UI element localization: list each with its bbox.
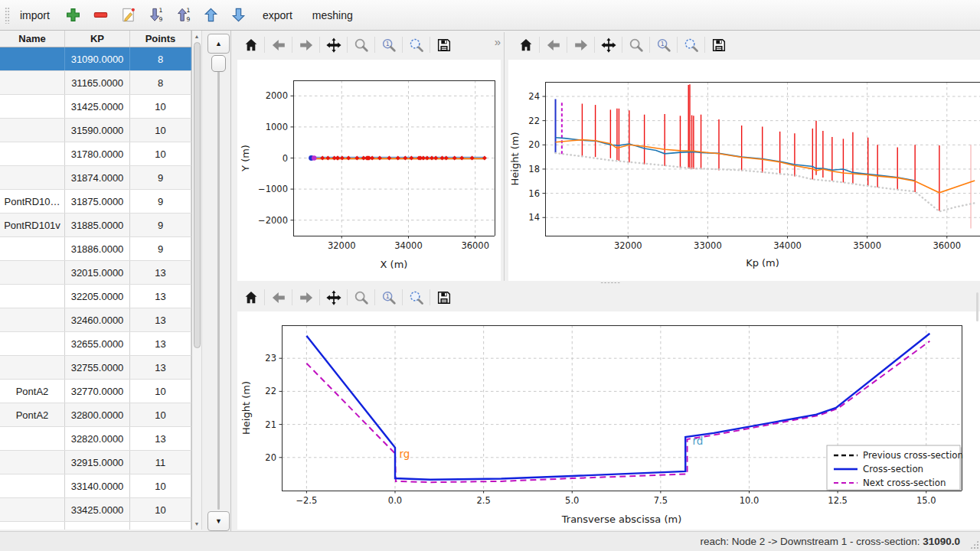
- mpl-pan-button[interactable]: [323, 34, 344, 56]
- table-scrollbar[interactable]: ▲ ▼: [192, 31, 202, 530]
- mpl-pan-button[interactable]: [323, 287, 344, 308]
- scrollbar-up-icon[interactable]: ▲: [192, 31, 201, 41]
- cell-name: [0, 356, 65, 379]
- table-row[interactable]: PontRD101v31885.00009: [0, 214, 191, 237]
- table-row[interactable]: 31165.00008: [0, 71, 191, 95]
- move-down-button[interactable]: [230, 6, 248, 24]
- move-up-button[interactable]: [202, 6, 220, 24]
- left-bank-label: rg: [400, 448, 410, 460]
- table-row[interactable]: 31090.00008: [0, 47, 191, 71]
- zoom-icon: [628, 37, 645, 54]
- table-row[interactable]: 32655.000013: [0, 332, 191, 356]
- y-tick-label: 20: [528, 139, 540, 150]
- horizontal-splitter[interactable]: [231, 281, 980, 284]
- table-row[interactable]: PontRD10…31875.00009: [0, 190, 191, 214]
- y-tick-label: −1000: [258, 184, 288, 194]
- section-previous-button[interactable]: ▲: [207, 34, 230, 54]
- sort-desc-button[interactable]: 19: [147, 6, 165, 24]
- import-button[interactable]: import: [15, 6, 55, 24]
- cell-points: 13: [130, 427, 191, 450]
- cell-name: [0, 119, 65, 142]
- mpl-zoom-auto-button[interactable]: [406, 34, 426, 56]
- mpl-zoom-button[interactable]: [626, 34, 646, 56]
- section-next-button[interactable]: ▼: [207, 511, 230, 531]
- table-row[interactable]: PontA232770.000010: [0, 380, 191, 403]
- mpl-forward-button[interactable]: [570, 34, 591, 56]
- y-tick-label: 16: [528, 188, 540, 199]
- export-button[interactable]: export: [257, 6, 298, 24]
- table-row[interactable]: 31425.000010: [0, 95, 191, 119]
- y-tick-label: 23: [265, 353, 276, 364]
- zoom-icon: [353, 289, 370, 306]
- mpl-save-button[interactable]: [708, 34, 729, 56]
- toolbar-separator: [539, 37, 540, 53]
- mpl-forward-button[interactable]: [296, 287, 316, 308]
- mpl-home-button[interactable]: [240, 287, 261, 308]
- mpl-zoom-sel-button[interactable]: 1: [378, 34, 399, 56]
- table-row[interactable]: 31874.00009: [0, 166, 191, 190]
- mpl-zoom-sel-button[interactable]: 1: [378, 287, 399, 308]
- cell-kp: 32915.0000: [65, 451, 130, 474]
- toolbar-separator: [264, 37, 265, 53]
- column-header-name[interactable]: Name: [0, 31, 65, 47]
- mpl-back-button[interactable]: [268, 34, 289, 56]
- table-row[interactable]: 33425.000010: [0, 498, 191, 522]
- table-row[interactable]: PontA232800.000010: [0, 403, 191, 427]
- column-header-kp[interactable]: KP: [65, 31, 130, 47]
- plan-view-canvas[interactable]: 320003400036000−2000−1000010002000X (m)Y…: [237, 60, 501, 282]
- toolbar-drag-handle[interactable]: [5, 7, 10, 24]
- cell-name: [0, 498, 65, 521]
- table-row[interactable]: 33685.000010: [0, 522, 191, 530]
- cell-kp: 32015.0000: [65, 261, 130, 284]
- scrollbar-down-icon[interactable]: ▼: [192, 519, 201, 529]
- mpl-pan-button[interactable]: [598, 34, 619, 56]
- table-row[interactable]: 32460.000013: [0, 308, 191, 332]
- splitter-handle-icon: [600, 282, 620, 284]
- meshing-button[interactable]: meshing: [307, 6, 358, 24]
- mpl-back-button[interactable]: [268, 287, 289, 308]
- cell-name: [0, 308, 65, 331]
- right-edge-scrollbar[interactable]: [976, 292, 978, 321]
- cross-sections-table: NameKPPoints 31090.0000831165.0000831425…: [0, 31, 192, 530]
- mpl-forward-button[interactable]: [296, 34, 316, 56]
- toolbar-separator: [374, 37, 375, 53]
- table-row[interactable]: 32205.000013: [0, 285, 191, 308]
- table-row[interactable]: 33140.000010: [0, 474, 191, 498]
- x-tick-label: 32000: [328, 240, 356, 251]
- table-row[interactable]: 31780.000010: [0, 142, 191, 166]
- mpl-zoom-sel-button[interactable]: 1: [653, 34, 674, 56]
- table-row[interactable]: 31886.00009: [0, 237, 191, 261]
- table-row[interactable]: 32915.000011: [0, 451, 191, 474]
- mpl-save-button[interactable]: [433, 287, 454, 308]
- toolbar-separator: [319, 289, 320, 305]
- mpl-toolbar-cross: 1: [231, 284, 980, 311]
- cell-name: [0, 95, 65, 118]
- mpl-save-button[interactable]: [433, 34, 454, 56]
- home-icon: [243, 37, 260, 54]
- table-row[interactable]: 32015.000013: [0, 261, 191, 285]
- section-slider-handle[interactable]: [211, 55, 226, 72]
- cross-section-canvas[interactable]: rgrd−2.50.02.55.07.510.012.515.020212223…: [237, 311, 980, 530]
- mpl-zoom-auto-button[interactable]: [406, 287, 426, 308]
- mpl-zoom-auto-button[interactable]: [681, 34, 701, 56]
- column-header-points[interactable]: Points: [130, 31, 191, 47]
- move-up-icon: [202, 6, 220, 24]
- mpl-home-button[interactable]: [240, 34, 261, 56]
- mpl-zoom-button[interactable]: [351, 34, 371, 56]
- mpl-back-button[interactable]: [543, 34, 564, 56]
- table-scrollbar-thumb[interactable]: [194, 42, 201, 348]
- longitudinal-canvas[interactable]: 3200033000340003500036000141618202224Kp …: [508, 60, 980, 282]
- table-row[interactable]: 31590.000010: [0, 119, 191, 142]
- cell-points: 10: [130, 474, 191, 497]
- remove-button[interactable]: [92, 6, 110, 24]
- sort-asc-button[interactable]: 19: [175, 6, 193, 24]
- mpl-zoom-button[interactable]: [351, 287, 371, 308]
- edit-button[interactable]: [119, 6, 138, 24]
- section-slider-track[interactable]: [217, 57, 220, 510]
- add-button[interactable]: [64, 6, 83, 24]
- table-row[interactable]: 32755.000013: [0, 356, 191, 380]
- toolbar-overflow-button[interactable]: »: [495, 35, 501, 48]
- mpl-home-button[interactable]: [515, 34, 536, 56]
- table-row[interactable]: 32820.000013: [0, 427, 191, 451]
- svg-text:1: 1: [385, 292, 389, 299]
